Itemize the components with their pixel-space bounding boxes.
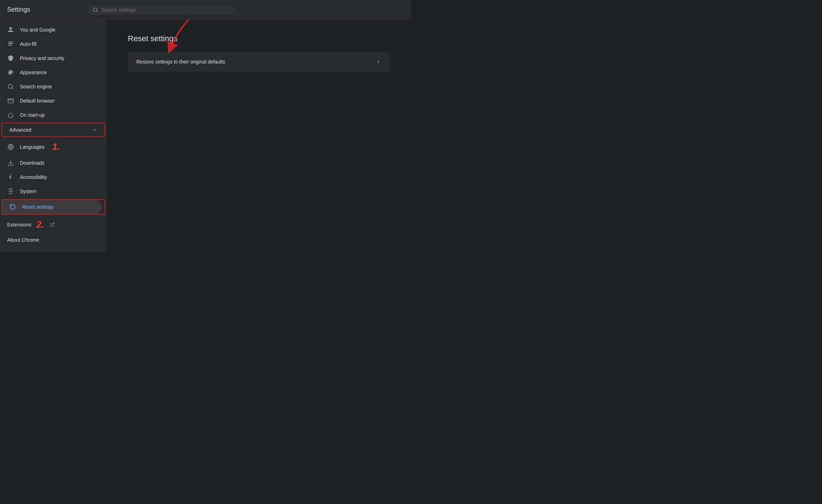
app-header: Settings	[0, 0, 411, 20]
globe-icon	[7, 143, 14, 150]
browser-icon	[7, 97, 14, 104]
svg-line-21	[52, 223, 54, 225]
sidebar-item-system[interactable]: System	[0, 184, 104, 198]
system-icon	[7, 188, 14, 195]
advanced-section-header[interactable]: Advanced	[1, 123, 105, 137]
sidebar-item-search-engine[interactable]: Search engine	[0, 80, 104, 94]
svg-point-16	[10, 191, 12, 192]
sidebar-item-extensions[interactable]: Extensions 2.	[0, 215, 107, 234]
chevron-up-icon	[92, 127, 97, 133]
external-link-icon	[50, 222, 55, 227]
person-icon	[7, 26, 14, 33]
sidebar-label-accessibility: Accessibility	[20, 174, 47, 180]
svg-point-0	[93, 8, 97, 11]
sidebar-label-autofill: Auto-fill	[20, 41, 37, 47]
sidebar-label-privacy-security: Privacy and security	[20, 55, 64, 61]
sidebar-label-you-and-google: You and Google	[20, 27, 55, 33]
annotation-2: 2.	[36, 219, 44, 230]
sidebar-label-appearance: Appearance	[20, 70, 47, 75]
autofill-icon	[7, 40, 14, 48]
advanced-label: Advanced	[9, 127, 31, 133]
sidebar-item-about-chrome[interactable]: About Chrome	[0, 234, 107, 246]
svg-point-9	[9, 99, 9, 100]
chevron-right-icon	[375, 59, 381, 65]
sidebar-label-about-chrome: About Chrome	[7, 237, 39, 243]
sidebar-item-privacy-security[interactable]: Privacy and security	[0, 51, 104, 65]
sidebar-item-languages[interactable]: Languages 1.	[0, 138, 104, 156]
search-input[interactable]	[102, 7, 231, 13]
sidebar-item-appearance[interactable]: Appearance	[0, 65, 104, 80]
app-title: Settings	[7, 6, 30, 13]
page-title: Reset settings	[128, 34, 390, 43]
palette-icon	[7, 69, 14, 76]
svg-line-1	[96, 11, 97, 12]
sidebar-item-autofill[interactable]: Auto-fill	[0, 37, 104, 51]
sidebar-item-accessibility[interactable]: Accessibility	[0, 170, 104, 184]
sidebar-item-you-and-google[interactable]: You and Google	[0, 23, 104, 37]
main-content: Reset settings Restore settings to their…	[107, 20, 411, 252]
download-icon	[7, 159, 14, 166]
svg-point-5	[8, 84, 12, 88]
svg-rect-3	[8, 43, 13, 44]
settings-card: Restore settings to their original defau…	[128, 52, 390, 72]
reset-icon	[9, 203, 16, 210]
sidebar: You and Google Auto-fill Privacy and sec…	[0, 20, 107, 252]
sidebar-label-reset-settings: Reset settings	[22, 204, 54, 210]
svg-rect-4	[8, 45, 11, 45]
annotation-3-label: 3.	[193, 20, 201, 21]
restore-defaults-label: Restore settings to their original defau…	[136, 59, 225, 65]
sidebar-label-search-engine: Search engine	[20, 84, 52, 89]
shield-icon	[7, 55, 14, 62]
sidebar-label-default-browser: Default browser	[20, 98, 55, 104]
sidebar-item-reset-settings[interactable]: Reset settings	[2, 200, 102, 214]
sidebar-item-reset-settings-wrapper: Reset settings	[1, 199, 105, 215]
sidebar-item-default-browser[interactable]: Default browser	[0, 94, 104, 108]
svg-line-6	[12, 88, 13, 89]
sidebar-item-downloads[interactable]: Downloads	[0, 156, 104, 170]
sidebar-label-extensions: Extensions	[7, 222, 31, 228]
search-bar[interactable]	[87, 5, 236, 15]
sidebar-label-on-startup: On start-up	[20, 112, 45, 118]
sidebar-label-system: System	[20, 188, 37, 194]
sidebar-label-languages: Languages	[20, 144, 44, 150]
search-engine-icon	[7, 83, 14, 90]
search-icon	[93, 7, 98, 13]
restore-defaults-row[interactable]: Restore settings to their original defau…	[128, 52, 390, 72]
svg-point-15	[10, 175, 11, 176]
accessibility-icon	[7, 174, 14, 181]
main-layout: You and Google Auto-fill Privacy and sec…	[0, 20, 411, 252]
svg-point-10	[10, 99, 10, 100]
sidebar-item-on-startup[interactable]: On start-up	[0, 108, 104, 122]
power-icon	[7, 111, 14, 119]
svg-rect-2	[8, 42, 13, 42]
annotation-1: 1.	[52, 141, 60, 152]
sidebar-label-downloads: Downloads	[20, 160, 44, 166]
